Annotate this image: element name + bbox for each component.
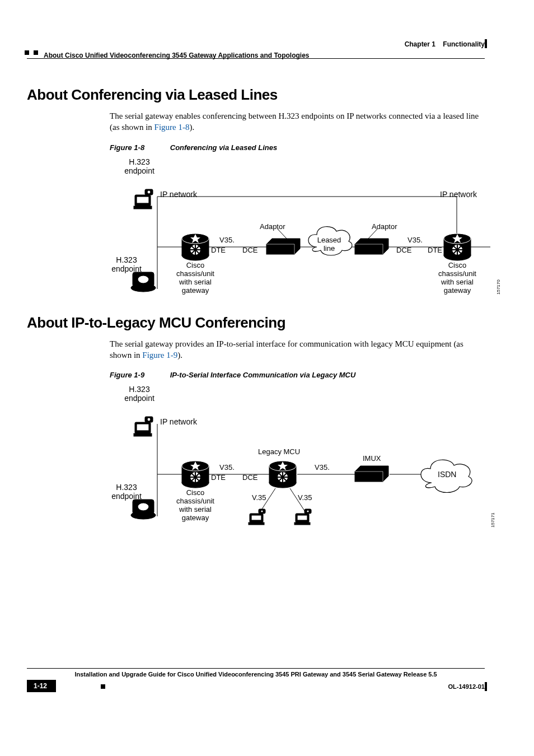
svg-point-15 (138, 276, 149, 283)
label-text: H.323 (129, 385, 149, 394)
para-text: ). (190, 123, 195, 132)
svg-point-70 (307, 510, 309, 512)
svg-rect-40 (355, 244, 383, 254)
label-text: chassis/unit (176, 269, 214, 278)
label-dte: DTE (211, 473, 226, 482)
label-text: with serial (179, 278, 212, 286)
label-adaptor: Adaptor (260, 222, 285, 231)
figure-title: IP-to-Serial Interface Communication via… (170, 371, 356, 379)
label-leased-line: Leased line (312, 236, 346, 253)
header-bullet-icon (25, 50, 29, 55)
page-header: Chapter 1 Functionality About Cisco Unif… (27, 40, 485, 57)
section-heading-leased-lines: About Conferencing via Leased Lines (27, 86, 485, 104)
label-text: with serial (441, 278, 474, 286)
label-v35: V35. (407, 236, 423, 244)
label-cisco-gateway: Cisco chassis/unit with serial gateway (165, 488, 226, 522)
label-cisco-gateway: Cisco chassis/unit with serial gateway (165, 261, 226, 295)
para-text: ). (177, 351, 182, 360)
label-ipnetwork: IP network (440, 190, 477, 199)
label-isdn: ISDN (438, 470, 456, 479)
label-v35: V.35 (298, 493, 312, 502)
label-h323: H.323 endpoint (104, 255, 149, 273)
label-text: endpoint (111, 492, 142, 501)
svg-rect-9 (137, 197, 149, 203)
svg-point-12 (147, 190, 151, 194)
figure-caption: Figure 1-9 IP-to-Serial Interface Commun… (110, 371, 485, 379)
svg-rect-68 (294, 522, 310, 525)
figure-legacy-mcu: H.323 endpoint IP network H.323 endpoint… (110, 385, 485, 530)
figure-link[interactable]: Figure 1-8 (154, 123, 190, 132)
label-h323: H.323 endpoint (120, 157, 159, 175)
label-text: line (324, 244, 335, 253)
doc-number: OL-14912-01 (448, 683, 485, 690)
label-h323: H.323 endpoint (104, 483, 149, 501)
svg-rect-67 (297, 515, 307, 520)
footer-bar-icon (485, 682, 487, 691)
page-number: 1-12 (27, 680, 56, 692)
label-text: endpoint (111, 264, 142, 273)
label-text: Cisco (448, 261, 467, 269)
label-ipnetwork: IP network (160, 417, 197, 426)
label-text: with serial (179, 505, 212, 514)
label-v35: V35. (315, 463, 330, 472)
label-cisco-gateway: Cisco chassis/unit with serial gateway (427, 261, 488, 295)
page-footer: Installation and Upgrade Guide for Cisco… (27, 668, 485, 678)
header-bar-icon (485, 39, 487, 48)
header-bullet-icon (34, 50, 38, 55)
label-text: Cisco (186, 488, 205, 497)
footer-doc-title: Installation and Upgrade Guide for Cisco… (27, 671, 485, 678)
label-text: chassis/unit (438, 269, 476, 278)
label-text: chassis/unit (176, 497, 214, 505)
footer-bullet-icon (101, 684, 105, 689)
label-dte: DTE (428, 246, 442, 254)
label-text: gateway (182, 286, 209, 295)
chapter-number: Chapter 1 (405, 40, 435, 48)
svg-rect-54 (137, 424, 149, 431)
label-v35: V35. (219, 236, 235, 244)
image-number: 157171 (490, 512, 495, 528)
label-text: H.323 (129, 157, 149, 166)
chapter-section: Functionality (443, 40, 485, 48)
svg-rect-55 (134, 433, 152, 436)
label-v35: V.35 (252, 493, 266, 502)
svg-rect-63 (249, 522, 264, 525)
label-adaptor: Adaptor (372, 222, 397, 231)
svg-point-65 (261, 510, 263, 512)
label-text: endpoint (124, 166, 154, 175)
svg-point-60 (138, 503, 149, 511)
label-text: H.323 (116, 255, 137, 264)
image-number: 157170 (496, 279, 501, 295)
svg-rect-10 (134, 206, 152, 209)
figure-number: Figure 1-9 (110, 371, 144, 379)
label-text: H.323 (116, 483, 137, 492)
label-v35: V35. (219, 463, 235, 472)
label-text: Leased (317, 236, 341, 244)
svg-rect-62 (251, 515, 261, 520)
section1-paragraph: The serial gateway enables conferencing … (110, 110, 479, 133)
svg-point-57 (147, 418, 151, 421)
figure-leased-lines: H.323 endpoint IP network IP network H.3… (110, 157, 485, 297)
label-h323: H.323 endpoint (120, 385, 159, 403)
label-dte: DTE (211, 246, 226, 254)
label-imux: IMUX (363, 454, 381, 463)
label-legacy-mcu: Legacy MCU (258, 447, 300, 456)
label-dce: DCE (242, 246, 257, 254)
chapter-label: Chapter 1 Functionality (405, 40, 485, 48)
label-dce: DCE (396, 246, 411, 254)
label-dce: DCE (242, 473, 257, 482)
label-ipnetwork: IP network (160, 190, 197, 199)
footer-rule (27, 668, 485, 669)
header-rule (27, 58, 485, 59)
svg-rect-35 (266, 244, 294, 254)
label-text: Cisco (186, 261, 205, 269)
section2-paragraph: The serial gateway provides an IP-to-ser… (110, 338, 479, 361)
figure-title: Conferencing via Leased Lines (170, 143, 277, 152)
figure-link[interactable]: Figure 1-9 (142, 351, 177, 360)
svg-rect-90 (355, 472, 383, 482)
figure-number: Figure 1-8 (110, 143, 144, 152)
figure-caption: Figure 1-8 Conferencing via Leased Lines (110, 143, 485, 152)
section-heading-legacy-mcu: About IP-to-Legacy MCU Conferencing (27, 314, 485, 332)
label-text: gateway (182, 514, 209, 522)
label-text: gateway (444, 286, 471, 295)
label-text: endpoint (124, 394, 154, 403)
